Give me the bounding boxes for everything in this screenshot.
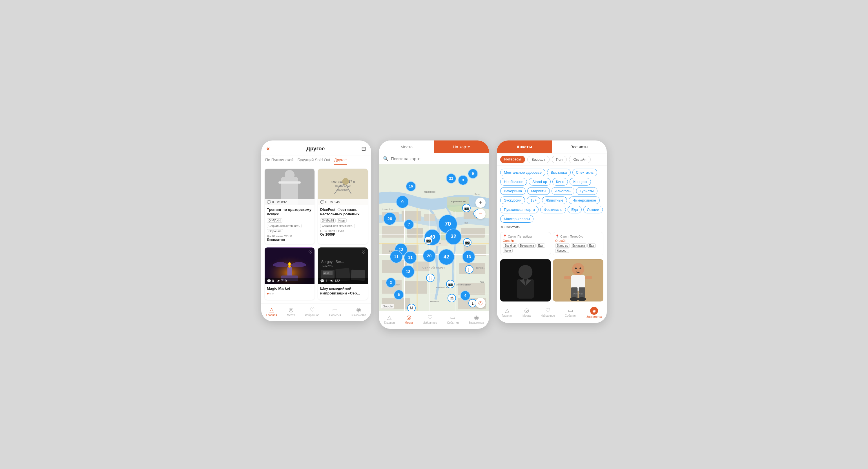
clear-btn[interactable]: ✕ Очистить (500, 225, 603, 229)
cluster-3b[interactable]: 3 (386, 277, 396, 288)
svg-text:Достоев...: Достоев... (476, 267, 485, 269)
profile-card-1[interactable]: 📍 Санкт-Петербург Онлайн Stand up Вечери… (500, 232, 551, 255)
map-zoom-controls: + − (475, 198, 486, 219)
cluster-7[interactable]: 7 (404, 219, 414, 229)
map-area[interactable]: Петропавловская Горьковская Гос. СЕННОЙ … (379, 164, 489, 311)
cluster-22[interactable]: 22 (446, 173, 456, 183)
nav-home-1[interactable]: △ Главная (266, 306, 277, 317)
zoom-out-btn[interactable]: − (475, 209, 486, 219)
tag-tourists[interactable]: Туристы (576, 187, 597, 195)
tab-soldout[interactable]: Будущий Sold Out (298, 158, 330, 165)
tag-markets[interactable]: Маркеты (527, 187, 550, 195)
cluster-26[interactable]: 26 (383, 212, 396, 225)
tag-immersive[interactable]: Иммерсивное (569, 197, 600, 204)
map-pin-food2[interactable]: 🍴 (465, 265, 473, 274)
map-pin-food[interactable]: 🍴 (426, 274, 435, 282)
heart-icon-4[interactable]: ♡ (362, 250, 366, 255)
nav-places-1[interactable]: ◎ Места (287, 306, 295, 317)
svg-rect-40 (404, 281, 427, 294)
cluster-32[interactable]: 32 (445, 229, 462, 245)
tag-pushkinskaya[interactable]: Пушкинская карта (500, 206, 538, 213)
svg-point-77 (570, 297, 579, 301)
map-pin-photo[interactable]: 📷 (462, 204, 471, 212)
cluster-11b[interactable]: 11 (404, 251, 417, 264)
nav-favorite-1[interactable]: ♡ Избранное (305, 306, 319, 317)
tag-alcohol[interactable]: Алкоголь (552, 187, 575, 195)
tag-spektakl[interactable]: Спектакль (572, 169, 597, 176)
nav-events-3[interactable]: ▭ События (565, 307, 576, 319)
zoom-in-btn[interactable]: + (475, 198, 486, 208)
nav-favorite-3[interactable]: ♡ Избранное (540, 307, 555, 319)
tab-places[interactable]: Места (379, 140, 434, 153)
map-pin-photo2[interactable]: 📷 (463, 238, 471, 246)
profile-card-2[interactable]: 📍 Санкт-Петербург Онлайн Stand up Выстав… (553, 232, 603, 255)
tag-party[interactable]: Вечеринка (500, 187, 526, 195)
nav-home-2[interactable]: △ Главная (384, 314, 395, 324)
cluster-42[interactable]: 42 (438, 249, 455, 265)
event-price-1: Бесплатно (267, 238, 312, 242)
map-pin-flag[interactable]: 📷 (446, 280, 455, 288)
event-card-3[interactable]: ♡ 💬 0 👁 719 Magic Market (265, 247, 314, 300)
event-card-4[interactable]: Sergey | Ser... TwoProv 08.07 ♡ (318, 247, 368, 300)
tag-concert[interactable]: Концерт (569, 178, 591, 186)
home-icon-1: △ (270, 306, 274, 313)
nav-dating-1[interactable]: ◉ Знакомства (351, 306, 366, 317)
cluster-9a[interactable]: 9 (468, 169, 478, 179)
back-icon[interactable]: « (266, 145, 270, 152)
filter-age[interactable]: Возраст (527, 156, 550, 163)
tab-on-map[interactable]: На карте (434, 140, 489, 153)
nav-places-3[interactable]: ◎ Места (523, 307, 531, 319)
profile-location-1: 📍 Санкт-Петербург (503, 234, 549, 238)
tab-profiles[interactable]: Анкеты (497, 140, 552, 153)
bottom-nav-3: △ Главная ◎ Места ♡ Избранное ▭ События … (497, 304, 607, 323)
nav-home-3[interactable]: △ Главная (502, 307, 513, 319)
comment-count-4: 💬 1 (320, 279, 327, 283)
tag-masterclass[interactable]: Мастер-классы (500, 215, 533, 223)
nav-dating-3[interactable]: ◉ Знакомства (586, 307, 602, 319)
nav-dating-2[interactable]: ◉ Знакомства (469, 314, 484, 324)
tab-chats[interactable]: Все чаты (552, 140, 607, 153)
filter-interests[interactable]: Интересы (500, 156, 525, 163)
tag-kino[interactable]: Кино (552, 178, 568, 186)
event-card-1[interactable]: 💬 0 👁 892 Тренинг по ораторскому искусс.… (265, 169, 314, 244)
tab-pushkinskaya[interactable]: По Пушкинской (265, 158, 293, 165)
filter-online[interactable]: Онлайн (569, 156, 591, 163)
tab-drugoe[interactable]: Другое (334, 158, 347, 165)
cluster-13c[interactable]: 13 (402, 265, 414, 278)
cluster-20[interactable]: 20 (423, 249, 436, 262)
nav-events-label-2: События (447, 321, 459, 324)
map-search-input[interactable] (391, 156, 485, 161)
location-btn[interactable]: ◎ (475, 298, 486, 308)
cluster-11a[interactable]: 11 (390, 250, 403, 263)
nav-events-1[interactable]: ▭ События (329, 306, 341, 317)
profile-photo-2[interactable]: RASHID (553, 259, 603, 302)
profile-photo-1[interactable] (500, 259, 551, 302)
nav-favorite-2[interactable]: ♡ Избранное (423, 314, 437, 324)
cluster-3[interactable]: 3 (458, 175, 468, 185)
map-pin-camera[interactable]: 📷 (424, 236, 433, 245)
tag-food[interactable]: Еда (567, 206, 582, 213)
tag-unusual[interactable]: Необычное (500, 178, 527, 186)
tag-standup[interactable]: Stand up (529, 178, 551, 186)
cluster-13b[interactable]: 13 (462, 250, 475, 263)
filter-icon[interactable]: ⊟ (361, 145, 366, 152)
cluster-16[interactable]: 16 (406, 181, 416, 192)
tag-excursions[interactable]: Экскурсии (500, 197, 525, 204)
tag-festival[interactable]: Фестиваль (540, 206, 566, 213)
events-header: « Другое ⊟ (261, 140, 371, 156)
cluster-4[interactable]: 4 (460, 291, 470, 301)
tag-lectures[interactable]: Лекции (583, 206, 603, 213)
cluster-6[interactable]: 6 (394, 290, 404, 300)
heart-icon-3[interactable]: ♡ (308, 250, 312, 255)
tag-18plus[interactable]: 18+ (527, 197, 540, 204)
tag-exhibition[interactable]: Выставка (547, 169, 571, 176)
event-card-2[interactable]: Фестиваль 117-я Настольных ролевых 💬 0 👁… (318, 169, 368, 244)
nav-places-2[interactable]: ◎ Места (405, 314, 413, 324)
nav-favorite-label-1: Избранное (305, 313, 319, 317)
filter-gender[interactable]: Пол (552, 156, 567, 163)
tag-animals[interactable]: Животные (542, 197, 567, 204)
nav-events-2[interactable]: ▭ События (447, 314, 459, 324)
map-pin-coffee[interactable]: ☕ (447, 294, 456, 302)
cluster-9b[interactable]: 9 (396, 195, 409, 208)
tag-mental[interactable]: Ментальное здоровье (500, 169, 545, 176)
